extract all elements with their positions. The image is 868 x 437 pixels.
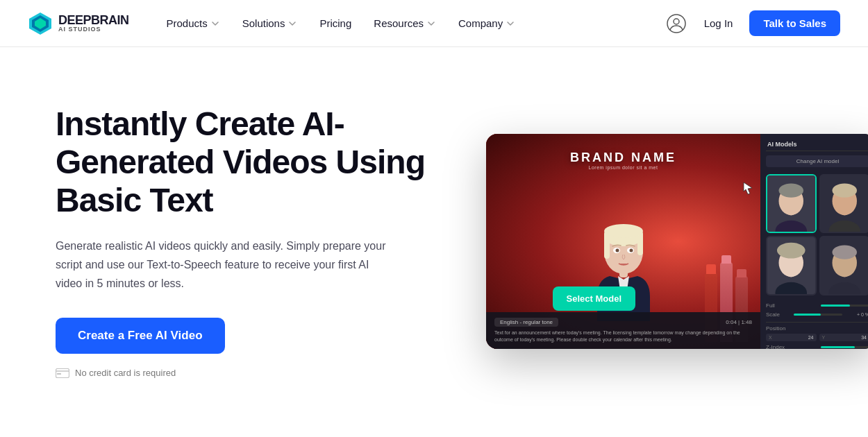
chevron-down-icon <box>287 19 297 28</box>
chevron-down-icon <box>210 19 220 28</box>
ai-models-sidebar: AI Models Change AI model <box>760 134 868 349</box>
logo-deepbrain: DEEPBRAIN <box>58 14 129 26</box>
logo-text: DEEPBRAIN AI STUDIOS <box>58 14 129 33</box>
mockup-brand-sub: Lorem ipsum dolor sit a met <box>570 165 676 170</box>
prop-zindex-slider[interactable] <box>821 346 868 348</box>
nav-company[interactable]: Company <box>449 12 525 35</box>
svg-point-18 <box>629 249 633 252</box>
nav-links: Products Solutions Pricing Resources Com… <box>157 12 665 35</box>
model-thumb-2[interactable] <box>819 174 869 233</box>
logo[interactable]: DEEPBRAIN AI STUDIOS <box>28 11 129 36</box>
prop-full-row: Full <box>766 302 868 309</box>
cursor-icon <box>742 181 753 195</box>
sidebar-properties: Full Scale + 0 % <box>766 302 868 349</box>
nav-pricing[interactable]: Pricing <box>310 12 361 35</box>
nav-resources-label: Resources <box>374 17 424 29</box>
navbar: DEEPBRAIN AI STUDIOS Products Solutions … <box>0 0 868 47</box>
position-y-input[interactable]: Y 34 <box>819 334 869 341</box>
svg-point-4 <box>674 19 679 24</box>
deepbrain-logo-icon <box>28 11 53 36</box>
hero-heading: Instantly Create AI-Generated Videos Usi… <box>56 105 431 220</box>
svg-point-19 <box>775 221 807 232</box>
hero-content: Instantly Create AI-Generated Videos Usi… <box>56 105 431 378</box>
create-free-video-button[interactable]: Create a Free AI Video <box>56 318 225 354</box>
svg-point-34 <box>832 246 857 259</box>
credit-card-icon <box>56 368 69 378</box>
mockup-brand-overlay: BRAND NAME Lorem ipsum dolor sit a met <box>570 151 676 170</box>
script-preview-text: Text for an announcement where today's m… <box>494 329 752 343</box>
mockup-frame: BRAND NAME Lorem ipsum dolor sit a met <box>486 134 868 349</box>
mockup-video-panel: BRAND NAME Lorem ipsum dolor sit a met <box>486 134 760 349</box>
svg-point-22 <box>778 183 803 197</box>
svg-point-30 <box>777 243 806 259</box>
svg-rect-7 <box>57 373 61 375</box>
prop-zindex-label: Z-Index <box>766 344 785 349</box>
position-section: Position X 24 Y 34 <box>766 322 868 341</box>
controls-row: English - regular tone 0:04 | 1:48 <box>494 318 752 327</box>
time-indicator: 0:04 | 1:48 <box>726 319 752 325</box>
hero-mockup: BRAND NAME Lorem ipsum dolor sit a met <box>486 134 868 349</box>
model-thumbnails-grid <box>766 174 868 295</box>
model-thumb-3[interactable] <box>766 236 817 295</box>
nav-right: Log In Talk to Sales <box>665 10 840 36</box>
position-inputs: X 24 Y 34 <box>766 334 868 341</box>
logo-ai-studios: AI STUDIOS <box>58 26 129 33</box>
pos-y-label: Y <box>822 335 826 340</box>
prop-full-slider[interactable] <box>821 305 868 307</box>
nav-products[interactable]: Products <box>157 12 230 35</box>
login-button[interactable]: Log In <box>693 12 744 35</box>
position-x-input[interactable]: X 24 <box>766 334 817 341</box>
hero-section: Instantly Create AI-Generated Videos Usi… <box>0 47 868 436</box>
mockup-video-controls: English - regular tone 0:04 | 1:48 Text … <box>486 312 760 349</box>
prop-scale-row: Scale + 0 % <box>766 311 868 318</box>
svg-point-14 <box>604 224 643 238</box>
pos-x-value: 24 <box>808 335 814 340</box>
svg-point-17 <box>615 249 619 252</box>
mockup-brand-name: BRAND NAME <box>570 151 676 165</box>
nav-solutions[interactable]: Solutions <box>233 12 308 35</box>
talk-to-sales-button[interactable]: Talk to Sales <box>749 10 840 36</box>
pos-y-value: 34 <box>861 335 867 340</box>
chevron-down-icon <box>506 19 515 28</box>
position-label: Position <box>766 325 868 332</box>
prop-scale-value: + 0 % <box>857 312 868 317</box>
nav-products-label: Products <box>167 17 208 29</box>
model-thumb-1[interactable] <box>766 174 817 233</box>
prop-scale-fill <box>794 314 821 316</box>
prop-scale-slider[interactable] <box>794 314 842 316</box>
language-indicator: English - regular tone <box>494 318 558 327</box>
svg-point-27 <box>775 282 807 294</box>
nav-solutions-label: Solutions <box>242 17 285 29</box>
select-model-overlay-button[interactable]: Select Model <box>553 286 635 311</box>
nav-pricing-label: Pricing <box>319 17 351 29</box>
change-model-button[interactable]: Change AI model <box>766 155 868 167</box>
prop-full-fill <box>821 305 850 307</box>
user-icon[interactable] <box>665 12 687 35</box>
user-circle-icon <box>667 14 686 33</box>
prop-zindex-fill <box>821 346 855 348</box>
nav-company-label: Company <box>458 17 503 29</box>
no-credit-card-note: No credit card is required <box>56 368 431 378</box>
nav-resources[interactable]: Resources <box>364 12 446 35</box>
svg-point-31 <box>828 282 860 294</box>
hero-description: Generate realistic AI videos quickly and… <box>56 237 389 293</box>
svg-point-23 <box>828 221 860 232</box>
sidebar-title: AI Models <box>766 141 868 151</box>
prop-full-label: Full <box>766 302 775 309</box>
pos-x-label: X <box>769 335 772 340</box>
svg-point-26 <box>832 183 857 197</box>
chevron-down-icon <box>426 19 436 28</box>
no-credit-label: No credit card is required <box>75 368 176 378</box>
prop-scale-label: Scale <box>766 311 780 318</box>
model-thumb-4[interactable] <box>819 236 869 295</box>
prop-zindex-row: Z-Index <box>766 344 868 349</box>
